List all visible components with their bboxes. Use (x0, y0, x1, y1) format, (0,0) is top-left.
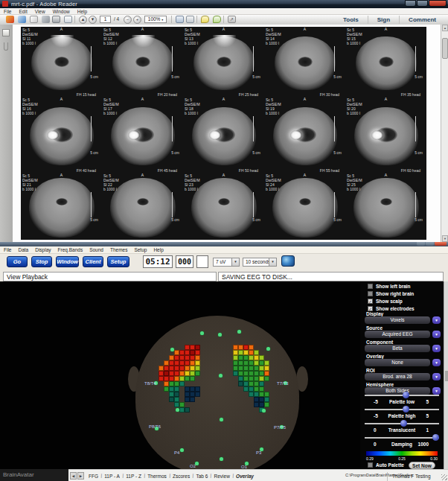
panel-scrollbar[interactable] (444, 281, 448, 469)
save-eeg-icon[interactable] (281, 255, 295, 267)
scroll-view-icon[interactable] (186, 16, 194, 23)
resize-grip[interactable] (441, 474, 447, 480)
zoom-level-select[interactable]: 100% ▾ (144, 16, 167, 23)
page-tab-overlay[interactable]: Overlay (234, 474, 256, 479)
tools-button[interactable]: Tools (334, 16, 368, 24)
sign-button[interactable]: Sign (368, 16, 399, 24)
chevron-down-icon[interactable]: ▼ (432, 387, 441, 395)
eeg-close-button[interactable] (435, 242, 447, 246)
attachments-icon[interactable] (4, 42, 8, 51)
dropdown-display[interactable]: Voxels (365, 316, 430, 324)
electrode-dot[interactable] (220, 418, 223, 421)
slider-handle[interactable] (400, 420, 407, 427)
window-button[interactable]: Window (56, 256, 79, 267)
checkbox-show-right-brain[interactable]: Show right brain (368, 290, 414, 297)
eeg-menu-freq-bands[interactable]: Freq.Bands (58, 247, 83, 252)
page-tab-11p-a[interactable]: 11P - A (102, 474, 122, 479)
pdf-menu-view[interactable]: View (35, 9, 45, 14)
pdf-menu-window[interactable]: Window (53, 9, 70, 14)
eeg-menu-themes[interactable]: Themes (110, 247, 127, 252)
page-view-icon[interactable] (176, 16, 184, 23)
close-button[interactable] (429, 0, 447, 7)
zoom-in-icon[interactable]: + (133, 16, 141, 24)
slider-track-palette-high[interactable] (365, 409, 439, 410)
page-tab-review[interactable]: Review (212, 474, 232, 479)
pdf-menu-edit[interactable]: Edit (19, 9, 27, 14)
time-window-select[interactable]: 10 seconds ▼ (243, 258, 277, 267)
slider-handle[interactable] (403, 392, 409, 398)
chevron-down-icon[interactable]: ▼ (432, 373, 441, 380)
comment-button[interactable]: Comment (399, 16, 445, 24)
slider-handle[interactable] (432, 434, 439, 441)
prev-page-icon[interactable]: ▲ (79, 16, 87, 24)
checkbox-box[interactable] (368, 291, 373, 296)
page-tab-thermos[interactable]: Thermos (145, 474, 169, 479)
highlight-bubble-icon[interactable] (213, 16, 221, 23)
chevron-down-icon[interactable]: ▼ (432, 331, 441, 338)
chevron-down-icon[interactable]: ▼ (432, 316, 441, 324)
auto-palette-checkbox[interactable] (368, 462, 373, 468)
pdf-titlebar[interactable]: mrt-c.pdf - Adobe Reader (0, 0, 448, 8)
electrode-dot[interactable] (220, 457, 223, 461)
electrode-dot[interactable] (219, 374, 223, 378)
scrollbar-thumb[interactable] (442, 38, 448, 59)
eeg-maximize-button[interactable] (426, 242, 434, 246)
page-tab-tab-6[interactable]: Tab 6 (193, 474, 210, 479)
save-file-icon[interactable] (18, 16, 26, 23)
comment-bubble-icon[interactable] (201, 16, 209, 23)
electrode-dot[interactable] (200, 331, 204, 335)
eeg-minimize-button[interactable] (417, 242, 425, 246)
setup-button[interactable]: Setup (107, 256, 129, 267)
next-page-icon[interactable]: ▼ (89, 16, 97, 24)
checkbox-show-scalp[interactable]: ✓Show scalp (368, 298, 403, 305)
checkbox-box[interactable]: ✓ (368, 306, 373, 311)
page-tab-11p-z[interactable]: 11P - Z (124, 474, 144, 479)
zoom-out-icon[interactable]: − (124, 16, 132, 24)
checkbox-box[interactable] (368, 284, 373, 289)
page-thumbnails-icon[interactable] (2, 29, 10, 36)
create-pdf-icon[interactable] (6, 16, 14, 23)
slider-track-damping[interactable] (365, 437, 439, 439)
amplitude-scale-select[interactable]: 7 uV ▼ (213, 258, 240, 267)
stop-button[interactable]: Stop (31, 256, 52, 267)
slider-track-translucent[interactable] (365, 423, 439, 424)
electrode-dot[interactable] (266, 347, 270, 351)
pdf-menu-help[interactable]: Help (77, 9, 87, 14)
dropdown-roi[interactable]: Brod. area 28 (365, 373, 430, 380)
maximize-button[interactable] (417, 0, 428, 7)
dropdown-source[interactable]: Acquired EEG (365, 331, 430, 338)
eeg-menu-file[interactable]: File (4, 247, 11, 252)
electrode-dot[interactable] (237, 330, 241, 334)
set-now-button[interactable]: Set Now (409, 462, 435, 469)
dropdown-overlay[interactable]: None (365, 359, 430, 366)
electrode-dot[interactable] (176, 408, 179, 412)
electrode-dot[interactable] (180, 448, 184, 452)
compose-icon[interactable] (30, 16, 38, 23)
dropdown-hemisphere[interactable]: Both Sides (365, 387, 430, 395)
scroll-down-icon[interactable]: ▼ (442, 235, 448, 242)
slider-handle[interactable] (403, 406, 409, 412)
save-disabled-icon[interactable] (42, 16, 50, 23)
electrode-dot[interactable] (218, 333, 222, 337)
electrode-dot[interactable] (170, 348, 174, 351)
tab-scroll-left-icon[interactable]: ◀ (70, 472, 77, 480)
client-button[interactable]: Client (83, 256, 103, 267)
go-button[interactable]: Go (7, 256, 28, 267)
page-number-input[interactable]: 1 (100, 16, 111, 23)
scroll-up-icon[interactable]: ▲ (442, 25, 448, 31)
checkbox-box[interactable]: ✓ (368, 299, 373, 304)
pdf-scrollbar[interactable]: ▲ ▼ (441, 25, 448, 242)
print-icon[interactable] (52, 16, 60, 23)
chevron-down-icon[interactable]: ▼ (432, 359, 441, 366)
eeg-menu-display[interactable]: Display (35, 247, 51, 252)
scalp-head-model[interactable] (135, 316, 299, 475)
chevron-down-icon[interactable]: ▼ (269, 258, 276, 266)
slider-track-palette-low[interactable] (365, 395, 439, 396)
dropdown-component[interactable]: Beta (365, 345, 430, 352)
electrode-dot[interactable] (262, 409, 266, 412)
fullscreen-icon[interactable]: ↗ (228, 16, 236, 23)
tab-scroll-right-icon[interactable]: ▶ (77, 472, 84, 480)
eeg-menu-data[interactable]: Data (18, 247, 28, 252)
minimize-button[interactable] (405, 0, 416, 7)
page-tab-ffg[interactable]: FFG (86, 474, 100, 479)
